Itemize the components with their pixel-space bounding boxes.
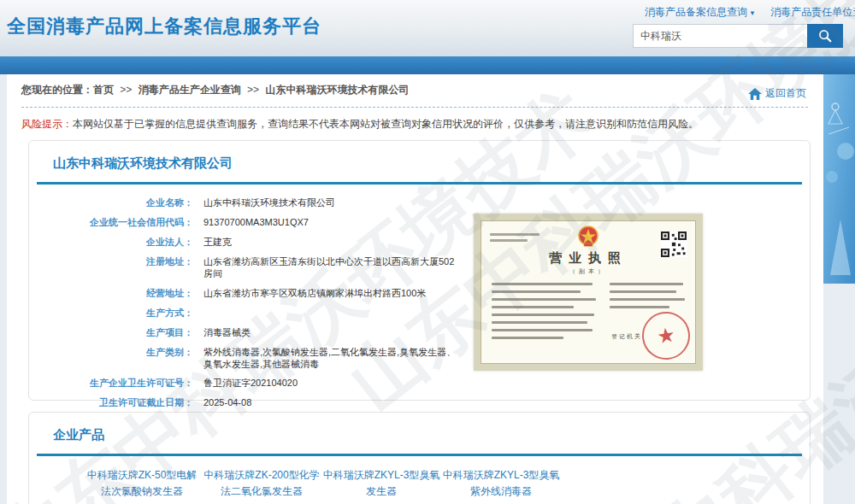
license-right-fields — [610, 283, 688, 314]
nav-link-unit-query[interactable]: 消毒产品责任单位查询 — [770, 6, 855, 18]
panel-divider — [37, 454, 802, 456]
license-issuer-label: 登记机关 — [611, 332, 642, 341]
table-row: 生产项目：消毒器械类 — [29, 323, 460, 343]
search-bar — [633, 24, 843, 48]
breadcrumb-row: 您现在的位置：首页 >> 消毒产品生产企业查询 >> 山东中科瑞沃环境技术有限公… — [7, 74, 823, 101]
license-text-line — [492, 290, 581, 293]
license-text-line — [610, 298, 685, 301]
product-link[interactable]: 中科瑞沃牌ZKYL-3型臭氧紫外线消毒器 — [441, 467, 561, 499]
field-value: 紫外线消毒器,次氯酸钠发生器,二氧化氯发生器,臭氧发生器、臭氧水发生器,其他器械… — [193, 343, 460, 374]
breadcrumb: 您现在的位置：首页 >> 消毒产品生产企业查询 >> 山东中科瑞沃环境技术有限公… — [21, 83, 409, 97]
table-row: 生产企业卫生许可证号：鲁卫消证字202104020 — [29, 373, 460, 393]
table-row: 生产方式： — [29, 303, 460, 323]
field-value: 王建克 — [193, 232, 460, 252]
field-value: 山东省潍坊市寒亭区双杨店镇阚家淋埠出村路西100米 — [193, 284, 460, 303]
site-title: 全国消毒产品网上备案信息服务平台 — [7, 14, 321, 39]
license-text-line — [492, 314, 594, 316]
field-label: 生产企业卫生许可证号： — [29, 373, 193, 393]
license-text-line — [492, 283, 593, 285]
back-home-link[interactable]: 返回首页 — [748, 86, 806, 101]
license-text-line — [610, 306, 669, 308]
field-label: 经营地址： — [29, 284, 193, 303]
field-label: 卫生许可证截止日期： — [29, 393, 193, 413]
license-text-line — [492, 337, 563, 339]
field-label: 企业法人： — [29, 232, 193, 252]
license-subtitle: （副本） — [481, 267, 695, 276]
search-input[interactable] — [633, 24, 807, 48]
home-icon — [748, 88, 762, 100]
qr-code — [661, 231, 687, 257]
table-row: 经营地址：山东省潍坊市寒亭区双杨店镇阚家淋埠出村路西100米 — [29, 284, 460, 303]
license-text-line — [610, 283, 683, 285]
header-blue-bar — [0, 56, 855, 74]
search-button[interactable] — [807, 24, 843, 48]
search-icon — [817, 28, 833, 44]
license-text-line — [492, 329, 593, 331]
license-text-line — [490, 233, 540, 236]
license-text-line — [492, 321, 587, 324]
field-label: 企业统一社会信用代码： — [29, 213, 193, 232]
risk-notice-label: 风险提示： — [21, 118, 73, 130]
field-value: 消毒器械类 — [193, 323, 460, 343]
breadcrumb-category-link[interactable]: 消毒产品生产企业查询 — [139, 84, 241, 96]
header-nav: 消毒产品备案信息查询▼ 消毒产品责任单位查询 — [633, 5, 843, 20]
field-value: 鲁卫消证字202104020 — [193, 373, 460, 393]
field-value: 山东省潍坊高新区玉清东街以北中心次干道以西高新大厦502房间 — [193, 252, 460, 284]
breadcrumb-current: 山东中科瑞沃环境技术有限公司 — [265, 84, 409, 96]
table-row: 企业法人：王建克 — [29, 232, 460, 252]
field-value: 91370700MA3M3U1QX7 — [193, 213, 460, 232]
table-row: 生产类别：紫外线消毒器,次氯酸钠发生器,二氧化氯发生器,臭氧发生器、臭氧水发生器… — [29, 343, 460, 374]
table-row: 企业名称：山东中科瑞沃环境技术有限公司 — [29, 193, 460, 213]
field-value — [193, 303, 460, 323]
breadcrumb-separator: >> — [247, 84, 259, 96]
business-license-inner: 营业执照 （副本） — [481, 220, 696, 364]
license-text-line — [610, 290, 676, 293]
table-row: 卫生许可证截止日期：2025-04-08 — [29, 393, 460, 413]
breadcrumb-prefix: 您现在的位置： — [21, 84, 93, 96]
main-content: 您现在的位置：首页 >> 消毒产品生产企业查询 >> 山东中科瑞沃环境技术有限公… — [7, 74, 823, 504]
field-value: 山东中科瑞沃环境技术有限公司 — [193, 193, 460, 213]
products-title: 企业产品 — [53, 427, 810, 443]
company-fields-table: 企业名称：山东中科瑞沃环境技术有限公司 企业统一社会信用代码：91370700M… — [29, 193, 460, 413]
top-header: 全国消毒产品网上备案信息服务平台 消毒产品备案信息查询▼ 消毒产品责任单位查询 — [0, 0, 855, 56]
table-row: 注册地址：山东省潍坊高新区玉清东街以北中心次干道以西高新大厦502房间 — [29, 252, 460, 284]
breadcrumb-separator: >> — [120, 84, 132, 96]
license-code-lines — [490, 233, 540, 245]
table-row: 企业统一社会信用代码：91370700MA3M3U1QX7 — [29, 213, 460, 232]
product-link[interactable]: 中科瑞沃牌ZKYL-3型臭氧发生器 — [321, 467, 441, 499]
license-text-line — [492, 306, 574, 308]
field-label: 生产方式： — [29, 303, 193, 323]
page: 全国消毒产品网上备案信息服务平台 消毒产品备案信息查询▼ 消毒产品责任单位查询 — [0, 0, 855, 504]
panel-divider — [37, 182, 802, 185]
field-label: 注册地址： — [29, 252, 193, 284]
company-title: 山东中科瑞沃环境技术有限公司 — [53, 155, 810, 172]
company-info-panel: 山东中科瑞沃环境技术有限公司 企业名称：山东中科瑞沃环境技术有限公司 企业统一社… — [28, 140, 811, 401]
risk-notice-text: 本网站仅基于已掌握的信息提供查询服务，查询结果不代表本网站对被查询对象信用状况的… — [73, 118, 699, 130]
dashed-divider — [21, 107, 808, 108]
license-text-line — [490, 239, 528, 242]
field-label: 企业名称： — [29, 193, 193, 213]
nav-link-record-query[interactable]: 消毒产品备案信息查询▼ — [645, 6, 756, 18]
risk-notice: 风险提示：本网站仅基于已掌握的信息提供查询服务，查询结果不代表本网站对被查询对象… — [21, 117, 809, 132]
header-tools: 消毒产品备案信息查询▼ 消毒产品责任单位查询 — [633, 5, 843, 48]
product-link[interactable]: 中科瑞沃牌ZK-200型化学法二氧化氯发生器 — [202, 467, 321, 499]
chevron-down-icon: ▼ — [749, 9, 756, 17]
business-license-image: 营业执照 （副本） — [474, 214, 703, 371]
field-value: 2025-04-08 — [193, 393, 460, 413]
license-text-line — [492, 298, 596, 301]
chemistry-banner-image — [823, 74, 855, 284]
seal-star-icon: ★ — [656, 325, 677, 348]
product-link[interactable]: 中科瑞沃牌ZK-50型电解法次氯酸钠发生器 — [82, 467, 202, 499]
company-products-panel: 企业产品 中科瑞沃牌ZK-50型电解法次氯酸钠发生器 中科瑞沃牌ZK-200型化… — [28, 412, 811, 504]
license-left-fields — [492, 283, 598, 344]
breadcrumb-home-link[interactable]: 首页 — [93, 84, 114, 96]
red-seal-stamp: ★ — [639, 308, 693, 362]
national-emblem-icon — [575, 225, 601, 249]
field-label: 生产类别： — [29, 343, 193, 374]
field-label: 生产项目： — [29, 323, 193, 343]
product-links: 中科瑞沃牌ZK-50型电解法次氯酸钠发生器 中科瑞沃牌ZK-200型化学法二氧化… — [82, 467, 810, 499]
